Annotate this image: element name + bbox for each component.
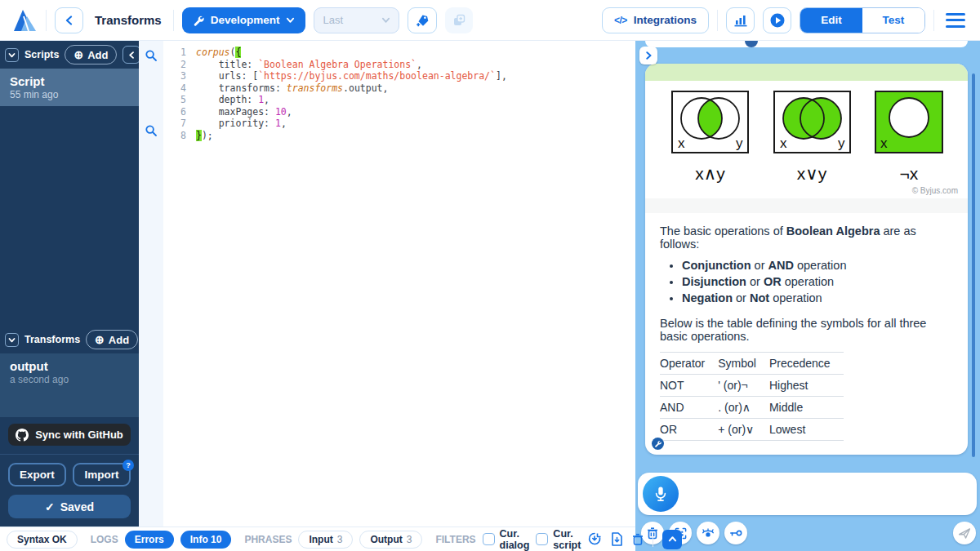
environment-dropdown[interactable]: Development (182, 7, 306, 33)
logs-label: LOGS (91, 534, 118, 545)
script-list-item[interactable]: Script 55 min ago (0, 69, 139, 106)
search-icon[interactable] (145, 49, 158, 62)
chevron-up-icon (668, 535, 677, 544)
code-line[interactable]: 4 transforms: transforms.output, (163, 82, 635, 95)
transform-list-item[interactable]: output a second ago (0, 353, 139, 391)
code-text: priority: 1, (196, 118, 287, 130)
phrases-label: PHRASES (244, 534, 292, 545)
import-button[interactable]: Import ? (73, 463, 131, 487)
collapse-logs-button[interactable] (662, 530, 682, 549)
table-header-cell: Operator (660, 353, 718, 375)
divider (173, 10, 174, 31)
venn-not: x ¬x (875, 91, 943, 184)
import-label: Import (85, 469, 119, 481)
tag-add-icon (415, 13, 430, 28)
code-line[interactable]: 5 depth: 1, (163, 94, 635, 106)
venn-intersection-diagram: x y (671, 91, 749, 153)
code-text: }); (196, 130, 213, 142)
analytics-button[interactable] (726, 7, 755, 33)
duplicate-button[interactable] (445, 7, 473, 33)
chat-input-box[interactable] (638, 473, 977, 515)
github-icon (16, 429, 29, 442)
panel-scrollbar[interactable] (972, 73, 975, 457)
add-script-button[interactable]: ⊕ Add (65, 45, 117, 64)
table-header-cell: Symbol (718, 353, 769, 375)
code-text: title: `Boolean Algebra Operations`, (196, 59, 422, 71)
integrations-button[interactable]: </> Integrations (602, 7, 709, 33)
output-phrases-badge[interactable]: Output3 (359, 531, 422, 549)
info-filter-badge[interactable]: Info 10 (180, 531, 232, 549)
checkbox[interactable] (483, 533, 495, 545)
checkbox[interactable] (536, 533, 548, 545)
venn-diagrams: x y x∧y x y x∨y (645, 81, 968, 184)
venn-complement-diagram: x (875, 91, 943, 153)
saved-button[interactable]: ✓ Saved (8, 495, 131, 518)
table-cell: NOT (660, 375, 718, 397)
sidebar-spacer (0, 106, 139, 326)
tab-test[interactable]: Test (862, 8, 924, 33)
tag-version-button[interactable] (408, 7, 437, 33)
microphone-button[interactable] (643, 476, 679, 512)
image-bottom-strip (645, 198, 968, 213)
table-cell: Lowest (769, 419, 844, 441)
transform-name: output (10, 359, 129, 373)
debug-view-button[interactable] (697, 522, 719, 544)
hamburger-menu-icon[interactable] (942, 10, 969, 31)
line-number: 1 (163, 47, 196, 59)
analytics-icon (733, 14, 748, 27)
code-line[interactable]: 3 urls: [`https://byjus.com/maths/boolea… (163, 70, 635, 82)
sidebar: Scripts ⊕ Add Script 55 min ago Transfor… (0, 41, 139, 527)
check-icon: ✓ (45, 500, 55, 513)
code-line[interactable]: 1corpus({ (163, 47, 635, 59)
input-phrases-badge[interactable]: Input3 (298, 531, 353, 549)
back-button[interactable] (55, 7, 83, 33)
environment-label: Development (211, 14, 280, 26)
tab-edit[interactable]: Edit (800, 8, 862, 33)
version-select[interactable]: Last (314, 7, 399, 33)
export-button[interactable]: Export (8, 463, 66, 487)
sync-github-button[interactable]: Sync with GitHub (8, 424, 131, 446)
code-line[interactable]: 8}); (163, 130, 635, 142)
code-text: corpus({ (196, 47, 241, 59)
help-badge[interactable]: ? (122, 460, 134, 471)
venn-set-y: y (736, 136, 743, 151)
expand-panel-button[interactable] (639, 47, 657, 64)
section-chevron-icon[interactable] (5, 48, 19, 62)
transform-timestamp: a second ago (10, 374, 129, 385)
run-button[interactable] (763, 7, 791, 33)
auth-key-button[interactable] (724, 522, 747, 544)
syntax-status-badge: Syntax OK (7, 531, 78, 549)
transform-wrench-badge (652, 438, 664, 450)
code-editor[interactable]: 1corpus({2 title: `Boolean Algebra Opera… (163, 41, 635, 527)
errors-filter-badge[interactable]: Errors (125, 531, 174, 549)
integrations-label: Integrations (634, 14, 697, 26)
search-icon[interactable] (145, 124, 158, 137)
line-number: 2 (163, 59, 196, 71)
code-line[interactable]: 2 title: `Boolean Algebra Operations`, (163, 59, 635, 71)
wrench-icon (193, 15, 204, 26)
operation-item: Disjunction or OR operation (682, 275, 953, 288)
section-chevron-icon[interactable] (5, 333, 19, 347)
venn-set-x: x (880, 136, 888, 151)
add-label: Add (87, 49, 108, 61)
line-number: 8 (163, 130, 196, 142)
topbar: Transforms Development Last </> (0, 0, 980, 41)
download-script-button[interactable] (611, 532, 623, 546)
statusbar-actions (587, 530, 682, 549)
cur-dialog-filter[interactable]: Cur. dialog (483, 528, 530, 551)
collapse-icon (128, 51, 136, 59)
cur-script-filter[interactable]: Cur. script (536, 528, 581, 551)
transforms-header-label: Transforms (24, 334, 80, 345)
chevron-down-icon (381, 16, 390, 24)
line-number: 7 (163, 118, 196, 130)
clear-logs-button[interactable] (632, 533, 644, 546)
transforms-section-header: Transforms ⊕ Add (0, 326, 139, 353)
table-cell: AND (660, 397, 718, 419)
code-line[interactable]: 7 priority: 1, (163, 118, 635, 130)
send-button[interactable] (953, 522, 976, 544)
code-line[interactable]: 6 maxPages: 10, (163, 106, 635, 118)
export-dialog-button[interactable] (587, 532, 602, 546)
add-transform-button[interactable]: ⊕ Add (86, 330, 138, 349)
chevron-down-icon (286, 16, 295, 24)
table-header-row: OperatorSymbolPrecedence (660, 353, 844, 375)
